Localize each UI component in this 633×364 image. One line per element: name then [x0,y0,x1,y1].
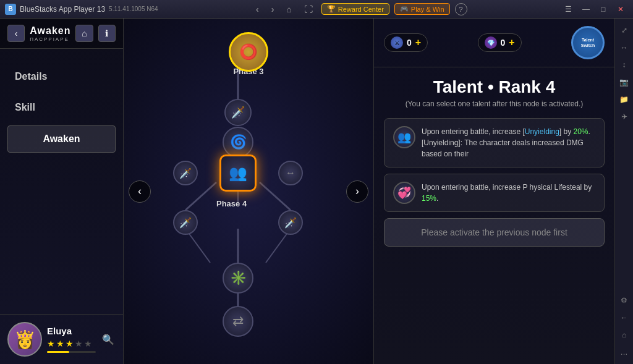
sidebar-item-skill[interactable]: Skill [0,92,123,123]
talent-node-3a[interactable]: 🗡️ [173,161,198,185]
phase3-group: ⭕ Phase 3 [229,25,268,76]
talent-percent2: 15% [422,194,436,203]
play-win-label: Play & Win [411,6,444,13]
talent-rank-title: Talent • Rank 4 [384,77,605,97]
right-panel: ⚔ 0 + 💎 0 + Talent Switch Talent • Rank … [373,19,614,364]
edge-folder-btn[interactable]: 📁 [618,93,631,106]
talent-option-2[interactable]: 💞 Upon entering battle, increase P hysic… [384,174,605,212]
talent-node-5[interactable]: ✳️ [223,263,253,294]
activate-button: Please activate the previous node first [384,218,605,247]
star-5: ★ [84,339,92,349]
currency2-icon: 💎 [485,36,497,49]
character-level-bar [47,351,96,353]
titlebar-left: B BlueStacks App Player 13 5.11.41.1005 … [5,4,158,15]
edge-home-btn[interactable]: ⌂ [618,328,631,342]
nav-forward-btn[interactable]: › [268,3,278,15]
talent-option1-text: Upon entering battle, increase [Unyieldi… [422,126,595,159]
currency1-plus-button[interactable]: + [415,37,421,48]
star-3: ★ [66,339,74,349]
game-prev-arrow[interactable]: ‹ [129,180,151,203]
star-2: ★ [56,339,64,349]
talent-node-2[interactable]: 🌀 [223,127,253,158]
maximize-button[interactable]: □ [596,3,611,15]
character-search-button[interactable]: 🔍 [101,332,116,347]
talent-node-3c[interactable]: ↔ [278,161,303,185]
main-content: ‹ Awaken ПАСРΡΙΑΡΕ ⌂ ℹ Details Skill Awa… [0,19,633,364]
phase3-node[interactable]: ⭕ [229,32,268,72]
reward-center-button[interactable]: 🏆 Reward Center [321,3,389,15]
talent-node-6[interactable]: ⇄ [223,306,253,337]
talent-node-4b[interactable]: 🗡️ [278,210,303,235]
game-area: ⭕ Phase 3 🗡️ 🌀 🗡️ 👥 ↔ Phase 4 🗡️ [124,19,373,364]
talent-switch-line2: Switch [581,43,595,48]
talent-unyielding-link: Unyielding [525,127,559,136]
talent-switch-button[interactable]: Talent Switch [571,26,605,59]
help-button[interactable]: ? [455,3,467,15]
edge-expand-btn[interactable]: ⤢ [618,23,631,37]
currency1-value: 0 [407,38,412,48]
game-next-arrow[interactable]: › [346,180,368,203]
sidebar-item-details[interactable]: Details [0,61,123,92]
titlebar-controls: ☰ — □ ✕ [561,3,628,15]
talent-node-1[interactable]: 🗡️ [224,99,252,126]
nav-fullscreen-btn[interactable]: ⛶ [300,3,316,15]
svg-line-4 [260,182,291,210]
currency2-value: 0 [501,38,506,48]
edge-resize-v-btn[interactable]: ↕ [618,58,631,72]
menu-button[interactable]: ☰ [561,3,576,15]
back-button[interactable]: ‹ [7,25,25,42]
talent-option2-icon: 💞 [393,182,415,204]
talent-option1-icon: 👥 [393,126,415,148]
sidebar: ‹ Awaken ПАСРΡΙΑΡΕ ⌂ ℹ Details Skill Awa… [0,19,124,364]
awaken-title: Awaken [30,25,70,36]
svg-line-2 [185,182,216,210]
edge-resize-h-btn[interactable]: ↔ [618,41,631,54]
minimize-button[interactable]: — [579,3,593,15]
close-button[interactable]: ✕ [613,3,628,15]
currency1-icon: ⚔ [391,36,403,49]
talent-option2-text: Upon entering battle, increase P hysical… [422,182,595,204]
currency1-group: ⚔ 0 + [384,33,428,52]
titlebar: B BlueStacks App Player 13 5.11.41.1005 … [0,0,633,19]
info-icon-btn[interactable]: ℹ [98,25,116,42]
character-name: Eluya [47,326,96,336]
app-version: 5.11.41.1005 N64 [109,6,158,12]
edge-toolbar: ⤢ ↔ ↕ 📷 📁 ✈ ⚙ ← ⌂ … [614,19,633,364]
edge-more-btn[interactable]: … [618,345,631,359]
back-icon: ‹ [15,28,18,38]
play-win-icon: 🎮 [400,5,409,13]
edge-back-btn[interactable]: ← [618,311,631,324]
talent-option-1[interactable]: 👥 Upon entering battle, increase [Unyiel… [384,118,605,167]
edge-plane-btn[interactable]: ✈ [618,110,631,124]
home-icon-btn[interactable]: ⌂ [75,25,93,42]
play-win-button[interactable]: 🎮 Play & Win [394,3,450,15]
titlebar-center: ‹ › ⌂ ⛶ 🏆 Reward Center 🎮 Play & Win ? [252,3,467,15]
edge-camera-btn[interactable]: 📷 [618,75,631,89]
talent-node-4a[interactable]: 🗡️ [173,210,198,235]
app-logo: B [5,4,16,15]
edge-settings-btn[interactable]: ⚙ [618,294,631,307]
talent-node-phase4[interactable]: 👥 [219,154,257,192]
nav-back-btn[interactable]: ‹ [252,3,263,15]
home-icon: ⌂ [82,28,87,38]
currency2-plus-button[interactable]: + [509,37,514,48]
info-icon: ℹ [105,28,108,38]
awaken-subtitle: ПАСРΡΙΑΡΕ [30,36,70,42]
nav-home-btn[interactable]: ⌂ [283,3,295,15]
awaken-title-group: Awaken ПАСРΡΙΑΡΕ [30,25,70,42]
currency2-group: 💎 0 + [478,33,522,52]
sidebar-item-awaken[interactable]: Awaken [7,125,116,153]
character-section: 👸 Eluya ★ ★ ★ ★ ★ 🔍 [0,314,123,364]
character-info: Eluya ★ ★ ★ ★ ★ [47,326,96,353]
character-avatar: 👸 [7,322,42,357]
app-name: BlueStacks App Player 13 [20,5,105,14]
reward-icon: 🏆 [327,5,336,13]
right-header: ⚔ 0 + 💎 0 + Talent Switch [374,19,614,67]
talent-switch-line1: Talent [582,37,594,43]
sidebar-nav: Details Skill Awaken [0,49,123,314]
star-1: ★ [47,339,55,349]
reward-center-label: Reward Center [338,6,384,13]
character-stars: ★ ★ ★ ★ ★ [47,339,96,349]
sidebar-header: ‹ Awaken ПАСРΡΙΑΡΕ ⌂ ℹ [0,19,123,49]
character-level-fill [47,351,69,353]
